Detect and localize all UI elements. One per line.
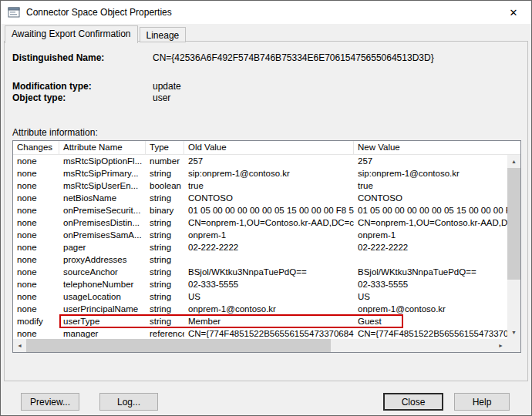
horizontal-scroll-track[interactable]: [26, 339, 494, 352]
cell-new: BSjol/WKtku3NnpaTuePdQ==: [354, 266, 507, 278]
cell-old: US: [184, 290, 354, 303]
column-header-type[interactable]: Type: [146, 141, 184, 154]
table-row[interactable]: noneonPremisesDistin...stringCN=onprem-1…: [13, 216, 507, 229]
modification-type-value: update: [153, 81, 181, 92]
table-row[interactable]: noneonPremisesSamA...stringonprem-1onpre…: [13, 229, 507, 241]
cell-name: onPremiseSecurit...: [59, 204, 146, 216]
cell-type: string: [146, 229, 184, 241]
cell-type: string: [146, 167, 184, 179]
cell-new: 02-333-5555: [354, 278, 507, 290]
cell-new: 02-222-2222: [354, 241, 507, 253]
scroll-left-icon[interactable]: ◄: [13, 339, 26, 352]
cell-new: US: [354, 290, 507, 303]
cell-changes: none: [13, 266, 59, 278]
cell-type: string: [146, 278, 184, 290]
window-icon: [8, 6, 20, 18]
cell-changes: none: [13, 253, 59, 266]
cell-type: string: [146, 216, 184, 229]
table-row[interactable]: noneproxyAddressesstring: [13, 253, 507, 266]
cell-old: CONTOSO: [184, 192, 354, 204]
column-header-new-value[interactable]: New Value: [354, 141, 520, 154]
cell-old: CN={774F4851522B56556155473370684...: [184, 327, 354, 339]
column-header-changes[interactable]: Changes: [13, 141, 59, 154]
table-row[interactable]: nonemsRtcSipUserEn...booleantruetrue: [13, 179, 507, 192]
cell-old: Member: [184, 315, 354, 327]
column-header-old-value[interactable]: Old Value: [184, 141, 354, 154]
scroll-right-icon[interactable]: ►: [494, 339, 507, 352]
help-button[interactable]: Help: [454, 393, 510, 411]
table-row[interactable]: noneusageLocationstringUSUS: [13, 290, 507, 303]
cell-type: binary: [146, 204, 184, 216]
cell-new: Guest: [354, 315, 507, 327]
cell-new: 01 05 00 00 00 00 00 05 15 00 00 00 F8 5…: [354, 204, 507, 216]
cell-type: reference: [146, 327, 184, 339]
table-row[interactable]: nonesourceAnchorstringBSjol/WKtku3NnpaTu…: [13, 266, 507, 278]
cell-new: sip:onprem-1@contoso.kr: [354, 167, 507, 179]
modification-type-label: Modification type:: [12, 81, 92, 92]
cell-type: string: [146, 266, 184, 278]
cell-changes: none: [13, 179, 59, 192]
table-row[interactable]: nonemsRtcSipOptionFl...number257257: [13, 155, 507, 167]
cell-name: msRtcSipUserEn...: [59, 179, 146, 192]
cell-new: onprem-1: [354, 229, 507, 241]
cell-new: CN=onprem-1,OU=Contoso.kr-AAD,DC=co...: [354, 216, 507, 229]
cell-old: 01 05 00 00 00 00 00 05 15 00 00 00 F8 5…: [184, 204, 354, 216]
cell-type: string: [146, 315, 184, 327]
cell-name: pager: [59, 241, 146, 253]
cell-name: msRtcSipOptionFl...: [59, 155, 146, 167]
cell-changes: none: [13, 229, 59, 241]
table-row[interactable]: nonepagerstring02-222-222202-222-2222: [13, 241, 507, 253]
cell-new: CONTOSO: [354, 192, 507, 204]
cell-changes: none: [13, 303, 59, 315]
cell-name: onPremisesDistin...: [59, 216, 146, 229]
cell-type: string: [146, 253, 184, 266]
table-row[interactable]: nonenetBiosNamestringCONTOSOCONTOSO: [13, 192, 507, 204]
attribute-table: Changes Attribute Name Type Old Value Ne…: [12, 140, 521, 353]
cell-old: 257: [184, 155, 354, 167]
scroll-up-icon[interactable]: ▲: [507, 155, 520, 168]
cell-old: 02-333-5555: [184, 278, 354, 290]
horizontal-scroll-thumb[interactable]: [26, 339, 331, 352]
attribute-information-label: Attribute information:: [12, 127, 98, 138]
table-row[interactable]: noneuserPrincipalNamestringonprem-1@cont…: [13, 303, 507, 315]
cell-old: sip:onprem-1@contoso.kr: [184, 167, 354, 179]
cell-type: boolean: [146, 179, 184, 192]
close-icon[interactable]: ✕: [500, 2, 527, 22]
cell-old: [184, 253, 354, 266]
object-type-label: Object type:: [12, 92, 66, 103]
scrollbar-corner: [507, 339, 520, 352]
object-type-value: user: [153, 92, 170, 103]
vertical-scroll-track[interactable]: [507, 168, 520, 326]
scroll-down-icon[interactable]: ▼: [507, 326, 520, 339]
cell-name: proxyAddresses: [59, 253, 146, 266]
tab-strip: Awaiting Export Confirmation Lineage: [5, 25, 187, 42]
horizontal-scrollbar[interactable]: ◄ ►: [13, 339, 507, 352]
close-button[interactable]: Close: [383, 393, 443, 411]
cell-new: [354, 253, 507, 266]
table-row[interactable]: noneonPremiseSecurit...binary01 05 00 00…: [13, 204, 507, 216]
cell-old: onprem-1@contoso.kr: [184, 303, 354, 315]
cell-changes: none: [13, 278, 59, 290]
tab-lineage[interactable]: Lineage: [140, 27, 187, 42]
cell-old: BSjol/WKtku3NnpaTuePdQ==: [184, 266, 354, 278]
vertical-scroll-thumb[interactable]: [507, 168, 520, 280]
table-row[interactable]: nonemanagerreferenceCN={774F4851522B5655…: [13, 327, 507, 339]
cell-old: onprem-1: [184, 229, 354, 241]
table-row[interactable]: nonetelephoneNumberstring02-333-555502-3…: [13, 278, 507, 290]
vertical-scrollbar[interactable]: ▲ ▼: [507, 155, 520, 339]
tab-awaiting-export-confirmation[interactable]: Awaiting Export Confirmation: [5, 25, 138, 43]
table-row[interactable]: modifyuserTypestringMemberGuest: [13, 315, 507, 327]
cell-name: userType: [59, 315, 146, 327]
table-row[interactable]: nonemsRtcSipPrimary...stringsip:onprem-1…: [13, 167, 507, 179]
cell-new: 257: [354, 155, 507, 167]
column-header-attribute-name[interactable]: Attribute Name: [59, 141, 146, 154]
cell-changes: none: [13, 155, 59, 167]
cell-name: onPremisesSamA...: [59, 229, 146, 241]
cell-type: string: [146, 192, 184, 204]
preview-button[interactable]: Preview...: [21, 393, 79, 411]
cell-changes: none: [13, 167, 59, 179]
log-button[interactable]: Log...: [99, 393, 158, 411]
cell-old: CN=onprem-1,OU=Contoso.kr-AAD,DC=co...: [184, 216, 354, 229]
cell-changes: none: [13, 204, 59, 216]
tab-panel: Distinguished Name: CN={42536A6F492F574B…: [4, 41, 528, 381]
